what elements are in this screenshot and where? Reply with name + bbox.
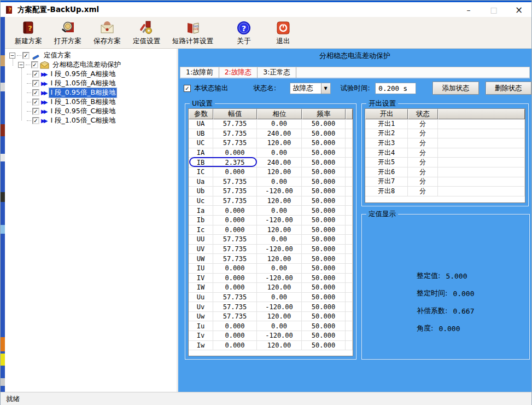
ui-table-row[interactable]: UU 57.735 0.00 50.000 [189, 235, 353, 245]
phase-cell[interactable]: -120.00 [257, 187, 302, 196]
param-cell[interactable]: UB [189, 129, 213, 138]
frequency-cell[interactable]: 50.000 [302, 129, 346, 138]
amplitude-cell[interactable]: 57.735 [213, 312, 257, 321]
frequency-cell[interactable]: 50.000 [302, 331, 346, 340]
param-cell[interactable]: Ia [189, 206, 213, 215]
tree-group-checkbox[interactable]: ✓ [31, 61, 38, 68]
amplitude-cell[interactable]: 0.000 [213, 341, 257, 350]
frequency-cell[interactable]: 50.000 [302, 138, 346, 148]
column-header[interactable]: 状态 [408, 109, 438, 119]
frequency-cell[interactable]: 50.000 [302, 274, 346, 283]
frequency-cell[interactable]: 50.000 [302, 225, 346, 235]
output-state-cell[interactable]: 分 [408, 167, 438, 177]
frequency-cell[interactable]: 50.000 [302, 264, 346, 273]
ui-table-row[interactable]: IC 0.000 120.00 50.000 [189, 167, 353, 177]
output-table-row[interactable]: 开出6 分 [365, 167, 525, 177]
minimize-button[interactable]: – [456, 2, 481, 17]
setting-value-button[interactable]: 定值设置 [128, 19, 165, 47]
tree-item[interactable]: ✓ ▶▶ I 段_0.95倍_A相接地 [5, 70, 177, 79]
column-header[interactable]: 开出 [365, 109, 408, 119]
tree-item-checkbox[interactable]: ✓ [32, 117, 39, 124]
param-cell[interactable]: UA [189, 119, 213, 129]
frequency-cell[interactable]: 50.000 [302, 245, 346, 254]
amplitude-cell[interactable]: 57.735 [213, 187, 257, 196]
ui-table-row[interactable]: IA 0.000 0.00 50.000 [189, 148, 353, 158]
output-name-cell[interactable]: 开出2 [365, 129, 408, 138]
amplitude-cell[interactable]: 0.000 [213, 167, 257, 177]
add-state-button[interactable]: 添加状态 [432, 82, 478, 95]
frequency-cell[interactable]: 50.000 [302, 302, 346, 311]
delete-state-button[interactable]: 删除状态 [486, 82, 531, 95]
amplitude-cell[interactable]: 57.735 [213, 302, 257, 311]
output-name-cell[interactable]: 开出8 [365, 187, 408, 196]
output-state-cell[interactable]: 分 [408, 177, 438, 187]
state-tab[interactable]: 2:故障态 [219, 67, 258, 78]
param-cell[interactable]: IU [189, 264, 213, 273]
phase-cell[interactable]: 120.00 [257, 283, 302, 292]
output-table-row[interactable]: 开出8 分 [365, 187, 525, 196]
amplitude-cell[interactable]: 57.735 [213, 245, 257, 254]
phase-cell[interactable]: -120.00 [257, 216, 302, 225]
amplitude-cell[interactable]: 57.735 [213, 196, 257, 206]
column-header[interactable] [438, 109, 525, 119]
ui-table-row[interactable]: UB 57.735 240.00 50.000 [189, 129, 353, 139]
param-cell[interactable]: Ub [189, 187, 213, 196]
amplitude-cell[interactable]: 57.735 [213, 138, 257, 148]
param-cell[interactable]: UU [189, 235, 213, 244]
frequency-cell[interactable]: 50.000 [302, 206, 346, 215]
ui-table-row[interactable]: IV 0.000 -120.00 50.000 [189, 274, 353, 284]
ui-table-row[interactable]: Ia 0.000 0.00 50.000 [189, 206, 353, 216]
about-button[interactable]: ? 关于 [231, 19, 257, 47]
ui-table-row[interactable]: Ub 57.735 -120.00 50.000 [189, 187, 353, 196]
phase-cell[interactable]: 120.00 [257, 225, 302, 235]
column-header[interactable]: 频率 [302, 109, 346, 119]
output-state-cell[interactable]: 分 [408, 119, 438, 129]
state-tab[interactable]: 1:故障前 [180, 67, 219, 78]
phase-cell[interactable]: -120.00 [257, 274, 302, 283]
ui-table-row[interactable]: IU 0.000 0.00 50.000 [189, 264, 353, 274]
param-cell[interactable]: IV [189, 274, 213, 283]
frequency-cell[interactable]: 50.000 [302, 312, 346, 321]
phase-cell[interactable]: 0.00 [257, 206, 302, 215]
param-cell[interactable]: Ic [189, 225, 213, 235]
phase-cell[interactable]: 240.00 [257, 129, 302, 138]
param-cell[interactable]: IW [189, 283, 213, 292]
output-table-row[interactable]: 开出1 分 [365, 119, 525, 129]
collapse-icon[interactable]: − [18, 62, 24, 68]
tree-item[interactable]: ✓ ▶▶ I 段_1.05倍_C相接地 [5, 116, 177, 125]
tree-item-checkbox[interactable]: ✓ [32, 71, 39, 78]
phase-cell[interactable]: 0.00 [257, 148, 302, 158]
output-table-row[interactable]: 开出5 分 [365, 158, 525, 167]
amplitude-cell[interactable]: 0.000 [213, 331, 257, 340]
amplitude-cell[interactable]: 0.000 [213, 225, 257, 235]
frequency-cell[interactable]: 50.000 [302, 167, 346, 177]
ui-table-row[interactable]: UW 57.735 120.00 50.000 [189, 254, 353, 264]
amplitude-cell[interactable]: 0.000 [213, 148, 257, 158]
output-table-row[interactable]: 开出3 分 [365, 138, 525, 148]
tree-group[interactable]: − ✓ 分相稳态电流差动保护 [5, 60, 177, 70]
output-name-cell[interactable]: 开出5 [365, 158, 408, 167]
frequency-cell[interactable]: 50.000 [302, 119, 346, 129]
amplitude-cell[interactable]: 57.735 [213, 129, 257, 138]
frequency-cell[interactable]: 50.000 [302, 216, 346, 225]
phase-cell[interactable]: 120.00 [257, 341, 302, 350]
save-scheme-button[interactable]: 保存方案 [89, 19, 125, 47]
tree-item[interactable]: ✓ ▶▶ I 段_1.05倍_B相接地 [5, 97, 177, 107]
open-scheme-button[interactable]: 打开方案 [50, 19, 86, 47]
param-cell[interactable]: Ib [189, 216, 213, 225]
param-cell[interactable]: Uw [189, 312, 213, 321]
ui-table-row[interactable]: Ic 0.000 120.00 50.000 [189, 225, 353, 235]
ui-table-row[interactable]: UC 57.735 120.00 50.000 [189, 138, 353, 148]
close-button[interactable]: × [506, 2, 531, 17]
ui-table-row[interactable]: Iw 0.000 120.00 50.000 [189, 341, 353, 351]
param-cell[interactable]: Ua [189, 177, 213, 187]
frequency-cell[interactable]: 50.000 [302, 158, 346, 167]
phase-cell[interactable]: 120.00 [257, 167, 302, 177]
phase-cell[interactable]: -120.00 [257, 302, 302, 311]
frequency-cell[interactable]: 50.000 [302, 235, 346, 244]
output-name-cell[interactable]: 开出4 [365, 148, 408, 158]
ui-table-row[interactable]: UA 57.735 0.00 50.000 [189, 119, 353, 129]
amplitude-cell[interactable]: 0.000 [213, 283, 257, 292]
ui-table-row[interactable]: UV 57.735 -120.00 50.000 [189, 245, 353, 254]
output-table-row[interactable]: 开出4 分 [365, 148, 525, 158]
